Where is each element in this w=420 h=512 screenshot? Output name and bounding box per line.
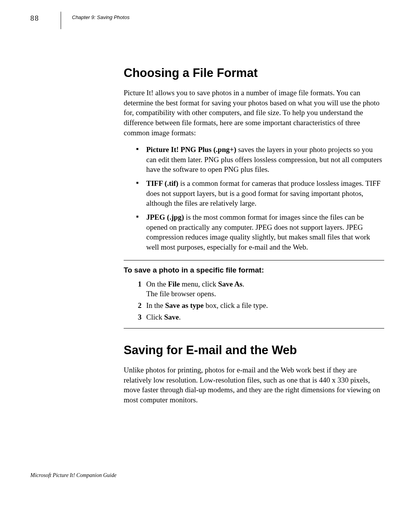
list-item: Picture It! PNG Plus (.png+) saves the l… (138, 145, 384, 175)
divider (124, 328, 384, 329)
list-item: JPEG (.jpg) is the most common format fo… (138, 212, 384, 252)
steps-list: 1 On the File menu, click Save As. The f… (131, 279, 384, 322)
ui-ref: Save as type (165, 301, 204, 309)
format-name: Picture It! PNG Plus (.png+) (146, 145, 236, 154)
step-text: The file browser opens. (146, 290, 216, 298)
format-desc: is a common format for cameras that prod… (146, 179, 381, 207)
procedure-title: To save a photo in a specific file forma… (124, 266, 384, 274)
format-list: Picture It! PNG Plus (.png+) saves the l… (138, 145, 384, 252)
section1-intro: Picture It! allows you to save photos in… (124, 88, 384, 138)
ui-ref: Save (164, 313, 179, 321)
section-title-2: Saving for E-mail and the Web (124, 343, 384, 357)
section2-intro: Unlike photos for printing, photos for e… (124, 365, 384, 405)
step-text: In the (146, 301, 165, 309)
step-text: menu, click (180, 280, 218, 288)
footer-text: Microsoft Picture It! Companion Guide (30, 472, 116, 479)
step-item: 1 On the File menu, click Save As. The f… (131, 279, 384, 299)
step-number: 2 (131, 301, 142, 311)
divider (124, 260, 384, 260)
step-text: Click (146, 313, 164, 321)
main-content: Choosing a File Format Picture It! allow… (124, 66, 384, 412)
page-number: 88 (30, 14, 39, 23)
ui-ref: Save As (218, 280, 243, 288)
step-text: . (243, 280, 245, 288)
header-divider (61, 12, 61, 29)
step-text: box, click a file type. (204, 301, 268, 309)
list-item: TIFF (.tif) is a common format for camer… (138, 178, 384, 208)
chapter-header: Chapter 9: Saving Photos (72, 14, 130, 20)
format-name: JPEG (.jpg) (146, 213, 184, 221)
format-name: TIFF (.tif) (146, 179, 178, 187)
step-number: 3 (131, 312, 142, 322)
step-text: On the (146, 280, 168, 288)
step-number: 1 (131, 279, 142, 289)
step-text: . (179, 313, 181, 321)
section-title-1: Choosing a File Format (124, 66, 384, 80)
step-item: 2 In the Save as type box, click a file … (131, 301, 384, 311)
step-item: 3 Click Save. (131, 312, 384, 322)
ui-ref: File (168, 280, 180, 288)
